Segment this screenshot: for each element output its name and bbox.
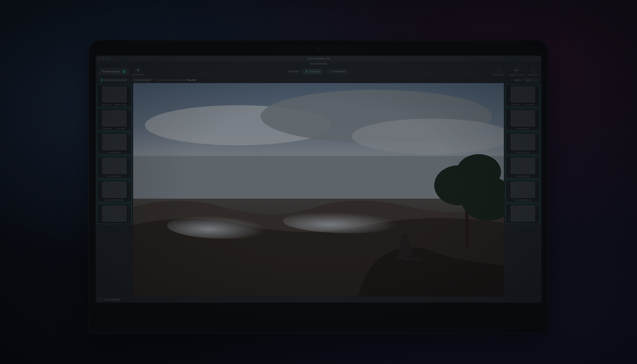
thumb-filename: 138_0790_..._50MH.1.DNG	[102, 104, 127, 106]
thumbnail-strip-right: ✔20151129_..._7_078.NEF✔CCR_0497.NEF✔DSC…	[504, 83, 541, 296]
sort-select[interactable]: A to Z	[523, 78, 539, 82]
status-app-name: DxO PureRAW	[104, 298, 120, 301]
zoom-icon[interactable]	[107, 58, 109, 60]
check-icon: ✔	[537, 109, 539, 112]
thumbnail[interactable]: ✔DSC_1096.NEF	[97, 156, 132, 178]
thumb-filename: RAW_1030045.orf	[515, 199, 531, 201]
check-icon: ✔	[128, 181, 130, 184]
toolbar: Process photos + DxO Modules Show only: …	[96, 66, 541, 77]
thumbnail[interactable]: ✔	[505, 204, 540, 224]
monitor-frame: DxO PureRAW 1.98 83 of 83 selected Proce…	[88, 40, 549, 334]
check-icon: ✔	[537, 85, 539, 88]
thumb-filename: DSC_1096.NEF	[107, 175, 121, 177]
crumb-segment[interactable]: Desktop	[171, 79, 179, 81]
thumbnail[interactable]: ✔CCR_0497.NEF	[505, 108, 540, 131]
close-icon[interactable]	[98, 58, 101, 60]
thumb-image	[511, 181, 535, 198]
minimize-icon[interactable]	[102, 58, 105, 60]
breadcrumb[interactable]: / Users / chris / Desktop / DxO / Raw fi…	[156, 79, 196, 81]
thumb-image	[102, 110, 127, 126]
app-window: DxO PureRAW 1.98 83 of 83 selected Proce…	[96, 56, 541, 302]
thumbnail[interactable]: ✔138_0790_..._50MH.1.DNG	[97, 84, 132, 107]
thumb-filename: IMG_0467-ROB.CR3	[105, 199, 124, 201]
plus-icon: +	[101, 79, 103, 81]
dxo-modules-button[interactable]: DxO Modules	[132, 67, 144, 76]
crumb-segment[interactable]: DxO	[181, 79, 185, 81]
process-photos-button[interactable]: Process photos +	[99, 68, 129, 75]
sub-toolbar: + Add photos to process Clear thumbnails…	[96, 77, 541, 83]
thumb-image	[102, 158, 127, 174]
window-controls	[98, 58, 109, 60]
modules-icon	[135, 67, 141, 73]
dot-icon	[329, 71, 331, 72]
thumbnail-strip-left: ✔138_0790_..._50MH.1.DNG✔20161209_..._7_…	[96, 83, 133, 296]
thumb-image	[511, 134, 535, 150]
thumb-filename: Creativity.CR3	[108, 151, 121, 154]
chip-processed[interactable]: Processed	[302, 69, 322, 74]
chip-unprocessed[interactable]: Unprocessed	[326, 69, 349, 74]
thumbnail[interactable]: ✔20161209_..._7_F83.NEF	[97, 108, 132, 131]
thumb-filename: 20151129_..._7_078.NEF	[511, 104, 534, 106]
content-area: ✔138_0790_..._50MH.1.DNG✔20161209_..._7_…	[96, 83, 541, 296]
selection-count: 83 of 83 selected	[96, 62, 541, 66]
thumb-image	[511, 110, 535, 126]
check-icon: ✔	[537, 204, 539, 208]
check-icon: ✔	[128, 133, 130, 136]
add-photos-button[interactable]: + Add photos to process	[98, 78, 129, 82]
crumb-segment[interactable]: Users	[157, 79, 163, 81]
check-icon: ✔	[128, 157, 130, 160]
unselect-icon: ✕	[496, 67, 502, 73]
preview-image	[133, 83, 504, 296]
thumb-image	[102, 205, 127, 222]
thumb-image	[511, 158, 535, 174]
thumbnail[interactable]: ✔RAW_1030045.orf	[505, 180, 540, 202]
check-icon: ✔	[128, 85, 130, 88]
export-to-button[interactable]: ↥ Export to...	[529, 67, 538, 76]
clear-thumbs-label: Clear thumbnails	[134, 79, 151, 81]
titlebar: DxO PureRAW 1.98	[96, 56, 541, 62]
svg-point-5	[167, 212, 283, 239]
display-finder-label: Display in Finder	[509, 74, 524, 76]
display-in-finder-button[interactable]: ▣ Display in Finder	[509, 67, 524, 76]
chip-processed-label: Processed	[309, 70, 319, 73]
window-title: DxO PureRAW 1.98	[308, 57, 329, 60]
crumb-segment[interactable]: Raw files	[187, 79, 196, 81]
thumbnail[interactable]: ✔IMG_0440.CR3	[505, 156, 540, 178]
thumb-image	[102, 86, 127, 103]
svg-point-6	[283, 209, 416, 233]
unselect-label: Unselect all	[494, 74, 504, 76]
check-icon: ✔	[537, 157, 539, 160]
plus-icon: +	[123, 70, 126, 73]
check-icon: ✔	[537, 181, 539, 184]
thumb-image	[511, 86, 535, 103]
clear-thumbnails-button[interactable]: Clear thumbnails	[132, 78, 153, 82]
preview[interactable]	[133, 83, 504, 296]
chip-unprocessed-label: Unprocessed	[332, 70, 345, 73]
export-label: Export to...	[529, 74, 538, 76]
dot-icon	[306, 71, 307, 72]
crumb-segment[interactable]: chris	[164, 79, 169, 81]
folder-icon: ▣	[514, 67, 519, 73]
check-icon: ✔	[128, 109, 130, 112]
sort-by-label: Sort by	[514, 79, 521, 81]
app-icon	[98, 298, 102, 302]
thumb-image	[511, 205, 535, 222]
thumbnail[interactable]: ✔	[97, 204, 132, 224]
thumbnail[interactable]: ✔Creativity.CR3	[97, 132, 132, 154]
camera-dot	[317, 47, 320, 50]
sort-value: A to Z	[526, 79, 531, 81]
thumb-filename: IMG_0440.CR3	[516, 175, 530, 177]
thumb-filename: 20161209_..._7_F83.NEF	[103, 128, 126, 130]
show-only-label: Show only:	[288, 70, 299, 73]
thumb-filename: DSC_1896.nef	[516, 151, 529, 154]
thumbnail[interactable]: ✔DSC_1896.nef	[505, 132, 540, 154]
add-photos-label: Add photos to process	[104, 79, 126, 81]
unselect-all-button[interactable]: ✕ Unselect all	[494, 67, 504, 76]
check-icon: ✔	[128, 204, 130, 208]
status-bar: DxO PureRAW	[96, 296, 541, 302]
check-icon: ✔	[537, 133, 539, 136]
process-photos-label: Process photos	[102, 70, 120, 73]
thumbnail[interactable]: ✔IMG_0467-ROB.CR3	[97, 180, 132, 202]
thumbnail[interactable]: ✔20151129_..._7_078.NEF	[505, 84, 540, 107]
thumb-image	[102, 181, 127, 198]
